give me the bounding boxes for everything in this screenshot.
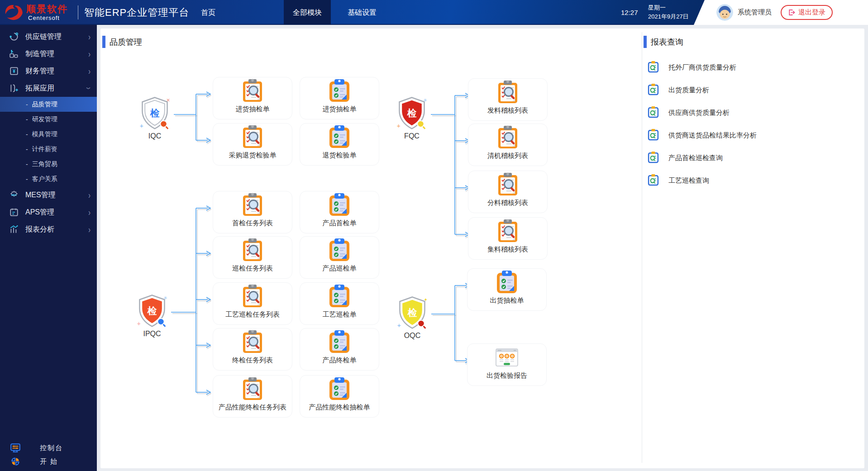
clock-date: 2021年9月27日 [648,12,689,21]
clipboard-magnifier-icon [495,219,520,245]
shield-fqc[interactable]: 检 ✳ + FQC [387,96,437,140]
supply-chain-icon [9,32,19,42]
sidebar-item-label: 拓展应用 [25,84,54,93]
shield-glyph: 检 [147,305,157,316]
flow-node-label: 出货检验报告 [486,371,527,380]
report-item-托外厂商供货质量分析[interactable]: 托外厂商供货质量分析 [647,58,860,76]
clipboard-magnifier-icon [240,124,265,151]
flow-node-首检任务列表[interactable]: 首检任务列表 [213,191,292,233]
flow-node-label: 出货抽检单 [490,296,524,305]
flow-node-label: 退货检验单 [323,151,357,160]
logout-icon [788,9,796,16]
clipboard-magnifier-icon [240,78,265,105]
app-title: 智能ERP企业管理平台 [84,6,189,19]
shield-oqc[interactable]: 检 ✦ + OQC [387,295,437,340]
sidebar-item-6[interactable]: APS管理› [0,204,97,221]
flow-node-label: 进货抽检单 [236,105,270,114]
sidebar-item-label: MES管理 [25,190,56,200]
nav-tab-home[interactable]: 首页 [186,0,231,25]
flow-node-出货抽检单[interactable]: 出货抽检单 [467,268,547,311]
top-header: 顺景软件 Centersoft 智能ERP企业管理平台 首页 全部模块 基础设置… [0,0,868,25]
flow-node-退货检验单[interactable]: 退货检验单 [300,123,379,166]
shield-group-label: IQC [148,132,161,140]
sidebar-item-7[interactable]: 报表分析› [0,221,97,238]
clipboard-check-icon [327,238,352,264]
sidebar-item-label: APS管理 [25,208,54,217]
sidebar-item-3[interactable]: ¥财务管理› [0,62,97,80]
brand-logo-icon [4,3,24,22]
flow-node-工艺巡检单[interactable]: 工艺巡检单 [300,282,379,325]
sidebar-subitem-研发管理[interactable]: 研发管理 [0,112,97,127]
flow-node-采购退货检验单[interactable]: 采购退货检验单 [213,123,292,166]
clipboard-check-icon [327,376,352,403]
flow-node-发料稽核列表[interactable]: 发料稽核列表 [468,78,548,121]
flow-node-出货检验报告[interactable]: 出货检验报告 [467,343,547,386]
flow-node-label: 产品巡检单 [323,264,357,273]
shield-group-label: OQC [404,332,420,340]
flow-node-产品巡检单[interactable]: 产品巡检单 [300,236,379,279]
logout-button[interactable]: 退出登录 [781,5,833,20]
sidebar-item-label: 财务管理 [25,67,54,76]
shield-ipqc[interactable]: 检 ✳ + IPQC [127,294,177,338]
shield-iqc[interactable]: 检 ✕ + IQC [130,96,180,140]
sidebar-item-1[interactable]: 供应链管理› [0,28,97,45]
report-item-label: 产品首检巡检查询 [668,154,723,162]
report-item-供应商供货质量分析[interactable]: 供应商供货质量分析 [647,104,860,122]
report-analysis-icon [9,224,19,234]
clipboard-magnifier-icon [495,80,520,106]
sidebar-subitem-三角贸易[interactable]: 三角贸易 [0,157,97,171]
svg-text:¥: ¥ [13,68,16,74]
flow-node-label: 进货抽检单 [323,105,357,114]
flow-node-集料稽核列表[interactable]: 集料稽核列表 [468,217,548,260]
sidebar-footer-item-1[interactable]: 控制台 [0,441,97,455]
sidebar-item-2[interactable]: 制造管理› [0,45,97,62]
report-query-icon [647,106,659,120]
flow-node-产品首检单[interactable]: 产品首检单 [300,191,379,233]
sidebar-subitem-客户关系[interactable]: 客户关系 [0,171,97,186]
chevron-right-icon: › [88,66,91,76]
report-item-label: 出货质量分析 [668,86,709,95]
sidebar-item-5[interactable]: MESMES管理› [0,186,97,204]
flow-node-产品性能终检任务列表[interactable]: 产品性能终检任务列表 [213,375,292,418]
header-user-area: 系统管理员 退出登录 [694,0,868,25]
flow-node-产品终检单[interactable]: 产品终检单 [300,328,379,371]
svg-text:MES: MES [11,194,17,196]
clipboard-check-icon [327,284,352,310]
report-item-label: 供货商送货品检结果比率分析 [668,131,757,140]
report-query-icon [647,61,659,75]
brand-name: 顺景软件 [26,3,68,15]
shield-icon: 检 ✳ + [136,294,168,329]
flow-node-产品性能终检抽检单[interactable]: 产品性能终检抽检单 [300,375,379,418]
nav-tab-all-modules[interactable]: 全部模块 [284,0,331,25]
flow-node-工艺巡检任务列表[interactable]: 工艺巡检任务列表 [213,282,292,325]
sidebar: 供应链管理›制造管理›¥财务管理›拓展应用›品质管理研发管理模具管理计件薪资三角… [0,25,97,471]
flow-node-分料稽核列表[interactable]: 分料稽核列表 [468,171,548,213]
sidebar-subitem-模具管理[interactable]: 模具管理 [0,127,97,142]
flow-node-进货抽检单[interactable]: 进货抽检单 [213,77,292,119]
report-item-出货质量分析[interactable]: 出货质量分析 [647,81,860,99]
shield-glyph: 检 [407,307,417,318]
sidebar-item-4[interactable]: 拓展应用› [0,80,97,97]
chevron-right-icon: › [88,207,91,217]
nav-tab-basic-settings[interactable]: 基础设置 [337,0,387,25]
clock-time: 12:27 [621,9,638,16]
flow-node-巡检任务列表[interactable]: 巡检任务列表 [213,236,292,279]
flow-node-label: 产品终检单 [323,356,357,365]
sidebar-subitem-label: 研发管理 [32,115,57,124]
shield-group-label: FQC [404,132,420,140]
section-title-text: 品质管理 [110,37,142,48]
clipboard-check-icon [327,192,352,219]
logo-divider [78,5,78,19]
report-item-产品首检巡检查询[interactable]: 产品首检巡检查询 [647,149,860,167]
flow-node-终检任务列表[interactable]: 终检任务列表 [213,328,292,371]
sidebar-footer-item-2[interactable]: 开 始 [0,455,97,468]
flow-node-label: 首检任务列表 [232,219,273,228]
sidebar-subitem-计件薪资[interactable]: 计件薪资 [0,142,97,157]
flow-node-进货抽检单[interactable]: 进货抽检单 [300,77,379,119]
flow-node-清机稽核列表[interactable]: 清机稽核列表 [468,124,548,166]
avatar[interactable] [716,4,733,21]
clipboard-magnifier-icon [495,125,520,151]
report-item-工艺巡检查询[interactable]: 工艺巡检查询 [647,171,860,190]
report-item-供货商送货品检结果比率分析[interactable]: 供货商送货品检结果比率分析 [647,126,860,144]
sidebar-subitem-品质管理[interactable]: 品质管理 [0,97,97,112]
